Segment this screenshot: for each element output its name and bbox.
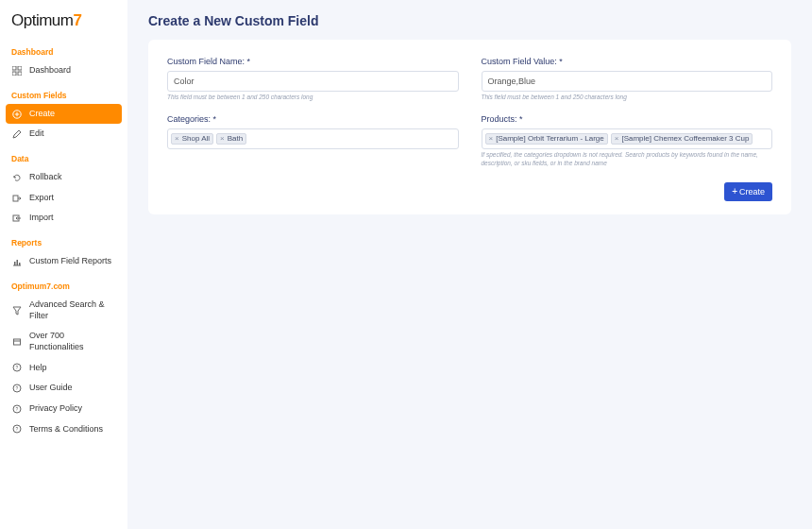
section-custom-fields: Custom Fields	[0, 81, 127, 104]
sidebar-item-label: Rollback	[29, 172, 62, 183]
tag-remove-icon[interactable]: ×	[613, 135, 622, 143]
help-icon: ?	[11, 424, 22, 435]
sidebar-item-label: Help	[29, 363, 47, 374]
category-tag: × Bath	[216, 133, 246, 145]
tag-label: [Sample] Orbit Terrarium - Large	[496, 135, 604, 143]
sidebar-item-label: Terms & Conditions	[29, 424, 103, 435]
page-title: Create a New Custom Field	[148, 13, 791, 28]
sidebar-item-label: Advanced Search & Filter	[29, 299, 116, 321]
svg-text:?: ?	[15, 385, 18, 391]
custom-field-value-input[interactable]	[482, 71, 773, 92]
sidebar-item-label: Export	[29, 193, 54, 204]
sidebar-item-terms[interactable]: ? Terms & Conditions	[0, 419, 127, 440]
sidebar-item-label: Over 700 Functionalities	[29, 331, 116, 352]
help-icon: ?	[11, 403, 22, 414]
svg-text:?: ?	[15, 365, 18, 370]
main-content: Create a New Custom Field Custom Field N…	[127, 0, 812, 529]
create-button[interactable]: + Create	[724, 182, 772, 201]
product-tag: × [Sample] Orbit Terrarium - Large	[485, 133, 608, 145]
pencil-icon	[11, 129, 22, 140]
logo: Optimum7	[0, 8, 127, 38]
sidebar-item-help[interactable]: ? Help	[0, 358, 127, 379]
sidebar-item-custom-field-reports[interactable]: Custom Field Reports	[0, 251, 127, 272]
section-data: Data	[0, 145, 127, 167]
package-icon	[11, 336, 22, 347]
form-card: Custom Field Name: * This field must be …	[148, 40, 791, 214]
categories-input[interactable]: × Shop All × Bath	[167, 128, 459, 149]
tag-label: Bath	[228, 135, 243, 143]
help-icon: ?	[11, 384, 22, 394]
sidebar-item-label: User Guide	[29, 383, 73, 394]
chart-icon	[11, 256, 22, 266]
sidebar-item-label: Custom Field Reports	[29, 256, 111, 267]
field-name-label: Custom Field Name: *	[167, 57, 459, 66]
svg-rect-16	[13, 339, 20, 345]
svg-rect-2	[12, 72, 16, 76]
sidebar-item-dashboard[interactable]: Dashboard	[0, 60, 127, 81]
help-icon: ?	[11, 363, 22, 373]
tag-remove-icon[interactable]: ×	[173, 135, 182, 143]
import-icon	[11, 213, 22, 224]
svg-text:?: ?	[15, 426, 18, 432]
sidebar-item-export[interactable]: Export	[0, 188, 127, 209]
export-icon	[11, 193, 22, 203]
plus-icon: +	[732, 187, 737, 196]
rollback-icon	[11, 172, 22, 182]
custom-field-name-input[interactable]	[167, 71, 459, 92]
svg-marker-15	[13, 307, 21, 315]
svg-rect-3	[18, 72, 22, 76]
logo-accent: 7	[73, 11, 81, 29]
categories-label: Categories: *	[167, 114, 459, 124]
sidebar-item-user-guide[interactable]: ? User Guide	[0, 378, 127, 399]
field-value-label: Custom Field Value: *	[482, 57, 773, 66]
sidebar-item-import[interactable]: Import	[0, 208, 127, 229]
category-tag: × Shop All	[171, 133, 213, 145]
section-reports: Reports	[0, 229, 127, 251]
svg-rect-12	[14, 262, 16, 265]
products-input[interactable]: × [Sample] Orbit Terrarium - Large × [Sa…	[482, 128, 773, 149]
sidebar-item-label: Edit	[29, 128, 44, 140]
svg-rect-0	[12, 66, 16, 70]
sidebar-item-label: Create	[29, 109, 55, 120]
tag-remove-icon[interactable]: ×	[487, 135, 497, 143]
sidebar-item-privacy[interactable]: ? Privacy Policy	[0, 399, 127, 419]
dashboard-icon	[11, 65, 22, 76]
tag-label: Shop All	[182, 135, 210, 143]
product-tag: × [Sample] Chemex Coffeemaker 3 Cup	[611, 133, 753, 145]
section-dashboard: Dashboard	[0, 38, 127, 60]
sidebar: Optimum7 Dashboard Dashboard Custom Fiel…	[0, 0, 127, 529]
products-label: Products: *	[482, 114, 773, 124]
plus-circle-icon	[11, 109, 22, 119]
sidebar-item-label: Dashboard	[29, 65, 71, 77]
svg-rect-14	[19, 263, 21, 265]
sidebar-item-label: Privacy Policy	[29, 403, 82, 415]
svg-rect-13	[16, 260, 18, 265]
section-optimum7: Optimum7.com	[0, 272, 127, 295]
tag-label: [Sample] Chemex Coffeemaker 3 Cup	[621, 135, 749, 143]
field-name-hint: This field must be between 1 and 250 cha…	[167, 94, 459, 101]
field-value-hint: This field must be between 1 and 250 cha…	[482, 94, 773, 101]
svg-rect-1	[18, 66, 22, 70]
svg-rect-7	[13, 196, 18, 201]
filter-icon	[11, 305, 22, 316]
sidebar-item-functionalities[interactable]: Over 700 Functionalities	[0, 326, 127, 357]
sidebar-item-label: Import	[29, 213, 54, 224]
sidebar-item-rollback[interactable]: Rollback	[0, 167, 127, 188]
sidebar-item-create[interactable]: Create	[6, 104, 122, 125]
logo-text: Optimum	[11, 11, 73, 29]
products-hint: If specified, the categories dropdown is…	[482, 151, 773, 167]
create-button-label: Create	[739, 187, 765, 196]
sidebar-item-advanced-search[interactable]: Advanced Search & Filter	[0, 295, 127, 326]
svg-text:?: ?	[15, 406, 18, 412]
sidebar-item-edit[interactable]: Edit	[0, 124, 127, 145]
tag-remove-icon[interactable]: ×	[218, 135, 228, 143]
